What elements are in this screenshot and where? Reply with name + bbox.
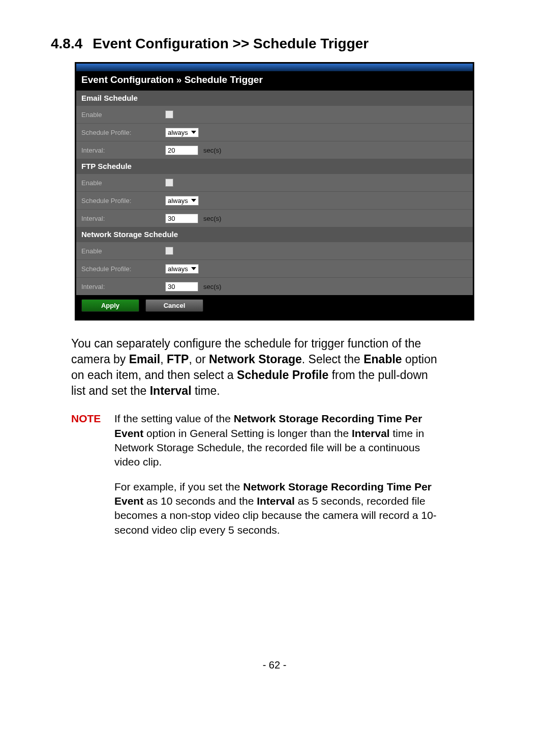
svg-marker-2 xyxy=(191,267,196,270)
section-heading: 4.8.4Event Configuration >> Schedule Tri… xyxy=(51,36,498,52)
svg-marker-0 xyxy=(191,131,196,134)
email-interval-input[interactable]: 20 xyxy=(165,146,198,155)
ftp-enable-row: Enable xyxy=(76,173,473,191)
ftp-schedule-header: FTP Schedule xyxy=(76,159,473,173)
cancel-button[interactable]: Cancel xyxy=(145,299,203,312)
ftp-profile-select[interactable]: always xyxy=(165,196,199,206)
ftp-profile-row: Schedule Profile: always xyxy=(76,191,473,209)
note-block: NOTE If the setting value of the Network… xyxy=(71,412,437,547)
ns-profile-row: Schedule Profile: always xyxy=(76,259,473,277)
description-paragraph: You can separately configure the schedul… xyxy=(71,336,437,399)
label-enable: Enable xyxy=(76,179,165,187)
apply-button[interactable]: Apply xyxy=(81,299,139,312)
ns-enable-checkbox[interactable] xyxy=(165,247,173,255)
page-number: - 62 - xyxy=(51,659,498,671)
section-title-text: Event Configuration >> Schedule Trigger xyxy=(93,36,369,51)
unit-secs: sec(s) xyxy=(203,283,221,290)
section-number: 4.8.4 xyxy=(51,36,82,52)
email-profile-value: always xyxy=(168,129,188,136)
note-body: If the setting value of the Network Stor… xyxy=(114,412,437,547)
ftp-interval-input[interactable]: 30 xyxy=(165,214,198,223)
chevron-down-icon xyxy=(191,198,196,203)
label-schedule-profile: Schedule Profile: xyxy=(76,197,165,205)
email-profile-row: Schedule Profile: always xyxy=(76,123,473,141)
ns-profile-value: always xyxy=(168,265,188,273)
label-schedule-profile: Schedule Profile: xyxy=(76,265,165,273)
ns-interval-row: Interval: 30 sec(s) xyxy=(76,277,473,295)
chevron-down-icon xyxy=(191,266,196,271)
chevron-down-icon xyxy=(191,130,196,135)
email-enable-row: Enable xyxy=(76,105,473,123)
label-enable: Enable xyxy=(76,247,165,255)
label-interval: Interval: xyxy=(76,215,165,222)
label-interval: Interval: xyxy=(76,283,165,290)
note-label: NOTE xyxy=(71,412,114,547)
svg-marker-1 xyxy=(191,199,196,202)
unit-secs: sec(s) xyxy=(203,215,221,222)
ns-interval-input[interactable]: 30 xyxy=(165,282,198,292)
config-screenshot: Event Configuration » Schedule Trigger E… xyxy=(75,62,474,321)
email-interval-row: Interval: 20 sec(s) xyxy=(76,141,473,159)
ns-schedule-header: Network Storage Schedule xyxy=(76,227,473,242)
button-bar: Apply Cancel xyxy=(76,295,473,319)
ftp-profile-value: always xyxy=(168,197,188,205)
email-schedule-header: Email Schedule xyxy=(76,91,473,105)
breadcrumb: Event Configuration » Schedule Trigger xyxy=(76,71,473,91)
email-profile-select[interactable]: always xyxy=(165,128,199,137)
label-enable: Enable xyxy=(76,111,165,119)
ns-profile-select[interactable]: always xyxy=(165,264,199,274)
ns-enable-row: Enable xyxy=(76,242,473,259)
email-enable-checkbox[interactable] xyxy=(165,110,173,119)
ftp-interval-row: Interval: 30 sec(s) xyxy=(76,209,473,227)
label-schedule-profile: Schedule Profile: xyxy=(76,129,165,136)
label-interval: Interval: xyxy=(76,147,165,154)
unit-secs: sec(s) xyxy=(203,147,221,154)
ftp-enable-checkbox[interactable] xyxy=(165,179,173,187)
window-titlebar xyxy=(76,64,473,71)
